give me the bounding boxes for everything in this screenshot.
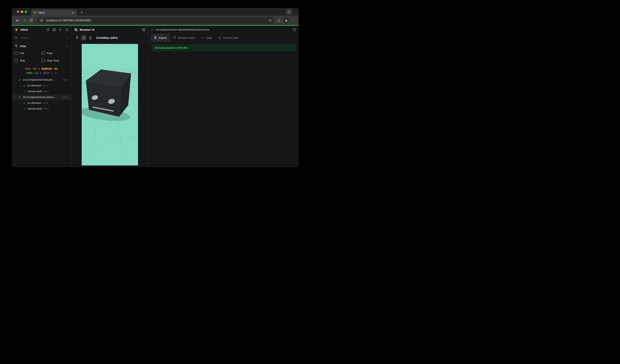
filter-option-only-tests[interactable]: Only Tests: [42, 58, 68, 63]
skip-checkbox[interactable]: [15, 59, 17, 62]
report-content: All tests passed in this file: [148, 42, 299, 51]
browser-ui-panel: Browser UI: [72, 26, 148, 167]
search-input[interactable]: [20, 36, 65, 39]
test-suite-row[interactable]: on demand 56ms: [15, 83, 71, 88]
fullscreen-window-button[interactable]: [25, 11, 27, 13]
dock-panel-right-icon[interactable]: [142, 28, 145, 31]
test-file-path: src/components/on-demand/OnDemand.test.t…: [155, 28, 293, 31]
globe-icon: [74, 28, 78, 31]
forward-icon[interactable]: [21, 17, 28, 24]
suite-label: on demand: [27, 101, 41, 104]
fail-checkbox[interactable]: [15, 52, 17, 55]
robot-cube: [86, 70, 131, 117]
clear-search-filter-icon[interactable]: [65, 36, 68, 39]
toolbar-right-icons: [277, 18, 295, 23]
traffic-lights: [17, 11, 27, 13]
tab-code[interactable]: Code: [198, 34, 215, 42]
report-panel: src/components/on-demand/OnDemand.test.t…: [148, 26, 299, 167]
duration: 56ms: [43, 84, 48, 87]
all-tests-passed-banner: All tests passed in this file: [152, 44, 296, 51]
app-name: Vitest: [20, 28, 28, 31]
pass-check-icon: [18, 78, 21, 81]
duration: 43ms: [43, 102, 48, 104]
filter-title: Filter: [20, 45, 26, 48]
filter-option-pass[interactable]: Pass: [42, 50, 68, 56]
device-tablet-button[interactable]: [88, 35, 93, 41]
collapse-all-icon[interactable]: [46, 28, 49, 31]
tab-search-chevron-button[interactable]: [286, 9, 292, 15]
filter-option-fail[interactable]: Fail: [15, 50, 42, 56]
viewport-resolution[interactable]: 414x896px (68%): [96, 36, 118, 39]
sidebar: Vitest: [12, 26, 71, 167]
tab-title: Vitest: [38, 11, 70, 14]
reload-icon[interactable]: [28, 17, 34, 24]
code-icon: [201, 36, 204, 39]
pass-check-icon: [23, 107, 26, 110]
chevron-down-icon[interactable]: [14, 79, 16, 81]
dark-mode-moon-icon[interactable]: [65, 28, 69, 31]
vitest-favicon: [33, 11, 36, 14]
tab-strip: Vitest ✕ +: [12, 8, 299, 15]
test-file-row-selected[interactable]: src/components/on-dema… 43ms: [12, 94, 71, 100]
search-icon: [15, 36, 18, 39]
close-window-button[interactable]: [17, 11, 19, 13]
duration: 43ms: [44, 108, 49, 110]
tab-report[interactable]: Report: [151, 34, 170, 42]
menu-dots-icon[interactable]: [292, 19, 295, 22]
browser-toolbar: localhost:5173/#/?file=1828625563: [12, 15, 299, 25]
new-tab-button[interactable]: +: [79, 10, 84, 15]
experiments-flask-icon[interactable]: [277, 19, 281, 22]
only-tests-checkbox[interactable]: [42, 59, 45, 62]
browser-panel-title: Browser UI: [80, 28, 94, 31]
console-icon: [218, 36, 221, 39]
filter-section: Filter Fail: [12, 42, 71, 64]
filter-option-skip[interactable]: Skip: [15, 58, 42, 63]
open-external-icon[interactable]: [293, 28, 296, 31]
site-info-icon[interactable]: [39, 18, 44, 23]
browser-viewport-area: [72, 42, 148, 167]
module-graph-icon: [173, 36, 176, 39]
vitest-ui: Vitest: [12, 26, 299, 167]
device-phone-plus-button[interactable]: [81, 35, 87, 41]
test-label: should work: [28, 90, 42, 93]
test-stats: FAIL (0) / RUNNING (0) PASS (2) / SKIP (…: [12, 67, 71, 75]
run-all-icon[interactable]: [59, 28, 62, 31]
device-phone-small-button[interactable]: [74, 35, 80, 41]
clipboard-icon: [154, 36, 157, 39]
test-suite-row[interactable]: on demand 43ms: [15, 100, 71, 106]
back-icon[interactable]: [14, 17, 21, 24]
bookmark-star-icon[interactable]: [268, 19, 272, 22]
file-pass-check-icon: [151, 28, 154, 31]
test-label: should work: [28, 107, 42, 110]
vitest-logo-icon: [14, 28, 18, 32]
clear-filter-icon[interactable]: [65, 44, 68, 48]
test-tree: src/components/manual/… 56ms on demand 5…: [12, 77, 71, 112]
tab-module-graph[interactable]: Module Graph: [170, 34, 198, 42]
tab-console[interactable]: Console (69): [215, 34, 241, 42]
chevron-down-icon[interactable]: [14, 96, 16, 98]
duration: 55ms: [44, 90, 49, 93]
suite-label: on demand: [27, 84, 41, 87]
file-label: src/components/manual/…: [23, 78, 61, 81]
pass-check-icon: [23, 84, 26, 87]
dashboard-icon[interactable]: [53, 28, 56, 31]
pass-check-icon: [23, 90, 26, 93]
chevron-down-icon[interactable]: [18, 102, 21, 104]
chevron-down-icon[interactable]: [18, 84, 21, 87]
profile-avatar[interactable]: [283, 18, 289, 23]
browser-tab-vitest[interactable]: Vitest ✕: [31, 10, 77, 15]
pass-check-icon: [18, 96, 21, 99]
url-bar[interactable]: localhost:5173/#/?file=1828625563: [37, 17, 274, 24]
file-label: src/components/on-dema…: [23, 96, 61, 99]
minimize-window-button[interactable]: [21, 11, 23, 13]
test-case-row[interactable]: should work 55ms: [20, 88, 71, 94]
report-tabs: Report Module Graph: [148, 34, 299, 42]
pass-checkbox[interactable]: [42, 52, 45, 55]
url-text[interactable]: localhost:5173/#/?file=1828625563: [46, 19, 266, 22]
tab-close-icon[interactable]: ✕: [72, 11, 75, 14]
tested-app-viewport[interactable]: [82, 44, 138, 165]
test-case-row[interactable]: should work 43ms: [20, 106, 71, 112]
pass-check-icon: [23, 102, 26, 104]
test-file-row[interactable]: src/components/manual/… 56ms: [12, 77, 71, 83]
duration: 56ms: [62, 79, 68, 81]
